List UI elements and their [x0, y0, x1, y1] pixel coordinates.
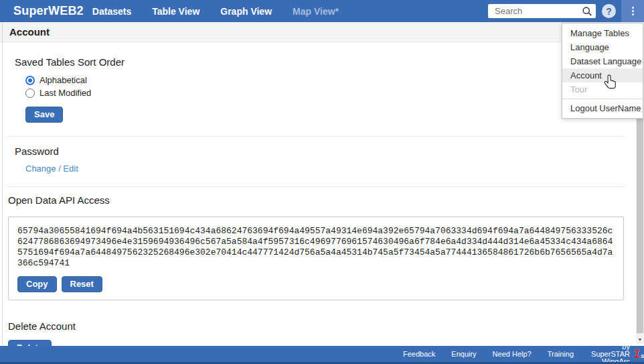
- search-icon[interactable]: [582, 6, 592, 17]
- superweb2-app: SuperWEB2 Datasets Table View Graph View…: [0, 0, 644, 364]
- section-divider: [8, 186, 624, 187]
- search-box: [488, 4, 596, 18]
- reset-button[interactable]: Reset: [62, 276, 102, 292]
- top-nav-bar: SuperWEB2 Datasets Table View Graph View…: [0, 0, 644, 22]
- powered-by-line1: Powered by SuperSTAR: [591, 336, 630, 358]
- menu-item-manage-tables[interactable]: Manage Tables: [562, 26, 643, 40]
- nav-item-datasets[interactable]: Datasets: [92, 6, 131, 17]
- scrollbar-thumb[interactable]: [637, 107, 643, 333]
- account-settings-panel: Saved Tables Sort Order Alphabetical Las…: [0, 42, 632, 364]
- save-button[interactable]: Save: [25, 107, 63, 123]
- nav-item-map-view[interactable]: Map View*: [293, 6, 339, 17]
- powered-by-text: Powered by SuperSTAR WingArc Australia: [591, 336, 630, 364]
- radio-last-modified-label[interactable]: Last Modified: [39, 88, 91, 98]
- brand-logo[interactable]: SuperWEB2: [13, 4, 84, 18]
- nav-item-graph-view[interactable]: Graph View: [220, 6, 272, 17]
- scrollbar-down-arrow-icon[interactable]: ▼: [636, 335, 644, 344]
- api-key-value: 65794a30655841694f694a4b563151694c434a68…: [17, 226, 613, 269]
- delete-account-heading: Delete Account: [8, 320, 624, 332]
- footer-link-need-help[interactable]: Need Help?: [493, 350, 532, 358]
- footer-bar: Feedback Enquiry Need Help? Training Pow…: [0, 346, 644, 362]
- kebab-menu-icon[interactable]: [621, 0, 644, 22]
- copy-button[interactable]: Copy: [17, 276, 57, 292]
- nav-item-table-view[interactable]: Table View: [152, 6, 199, 17]
- sort-order-radio-group: Alphabetical Last Modified: [25, 74, 624, 99]
- change-password-link[interactable]: Change / Edit: [25, 164, 78, 174]
- sort-order-heading: Saved Tables Sort Order: [15, 56, 624, 68]
- radio-option-alphabetical[interactable]: Alphabetical: [25, 74, 624, 86]
- radio-alphabetical-label[interactable]: Alphabetical: [39, 75, 87, 85]
- menu-item-account[interactable]: Account: [562, 68, 643, 82]
- menu-item-dataset-language[interactable]: Dataset Language: [562, 54, 643, 68]
- logo-one-glyph: 1: [633, 348, 640, 360]
- settings-dropdown-menu: Manage Tables Language Dataset Language …: [562, 23, 643, 119]
- api-key-box: 65794a30655841694f694a4b563151694c434a68…: [8, 217, 624, 300]
- api-key-actions: Copy Reset: [17, 276, 615, 292]
- footer-link-training[interactable]: Training: [548, 350, 574, 358]
- menu-item-tour: Tour: [562, 82, 643, 97]
- page-header: Account: [0, 22, 644, 42]
- radio-last-modified-button[interactable]: [25, 88, 35, 98]
- nav-right-controls: ?: [488, 0, 644, 22]
- help-icon[interactable]: ?: [602, 4, 616, 18]
- radio-option-last-modified[interactable]: Last Modified: [25, 86, 624, 99]
- content-left-edge: [2, 22, 3, 345]
- footer-links: Feedback Enquiry Need Help? Training: [403, 350, 574, 358]
- nav-items: Datasets Table View Graph View Map View*: [92, 6, 339, 17]
- footer-link-feedback[interactable]: Feedback: [403, 350, 435, 358]
- footer-link-enquiry[interactable]: Enquiry: [451, 350, 476, 358]
- page-title: Account: [9, 26, 50, 38]
- api-access-heading: Open Data API Access: [8, 194, 624, 206]
- menu-divider: [562, 99, 643, 99]
- logo-st-glyph: ST: [641, 353, 644, 359]
- radio-alphabetical-button[interactable]: [25, 76, 35, 85]
- password-heading: Password: [15, 145, 624, 157]
- section-divider: [8, 136, 624, 137]
- search-input[interactable]: [493, 5, 582, 17]
- menu-item-logout[interactable]: Logout UserName: [562, 101, 643, 115]
- superstar-1st-logo: 1 ST: [633, 348, 644, 360]
- menu-item-language[interactable]: Language: [562, 40, 643, 54]
